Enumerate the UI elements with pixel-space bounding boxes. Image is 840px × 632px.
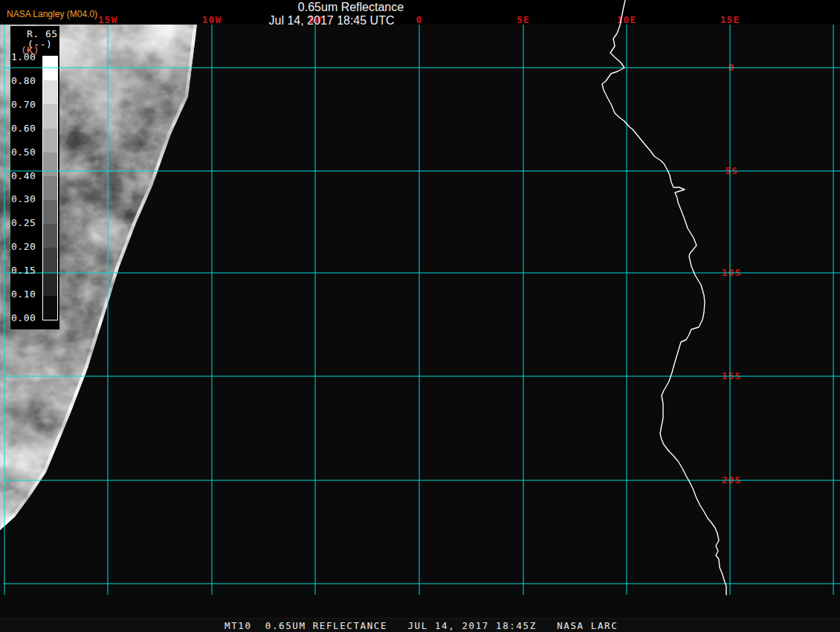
latitude-label-20S: 20S — [720, 475, 743, 486]
footer-annotation-text: MT10 0.65UM REFLECTANCE JUL 14, 2017 18:… — [224, 620, 618, 631]
longitude-label-0: 0 — [416, 16, 423, 25]
satellite-display-window: R. 65 (K) (--) 1.000.800.700.600.500.400… — [0, 0, 840, 632]
colorbar-gradient-bar — [42, 56, 58, 320]
colorbar-tick-0.60: 0.60 — [11, 123, 42, 134]
latitude-label-5S: 5S — [723, 166, 740, 176]
colorbar-segment — [43, 176, 57, 200]
colorbar-tick-0.15: 0.15 — [11, 265, 42, 276]
longitude-label-15W: 15W — [98, 16, 117, 25]
latitude-label-10S: 10S — [720, 268, 743, 278]
colorbar-segment — [43, 296, 57, 320]
image-datetime: Jul 14, 2017 18:45 UTC — [269, 14, 395, 28]
colorbar-tick-0.25: 0.25 — [11, 218, 42, 228]
colorbar-segment — [43, 129, 57, 152]
map-background — [0, 25, 840, 618]
colorbar-tick-0.50: 0.50 — [11, 147, 42, 158]
longitude-label-10E: 10E — [617, 16, 636, 25]
image-title: 0.65um Reflectance — [298, 1, 404, 14]
longitude-label-10W: 10W — [202, 16, 222, 25]
colorbar-segment — [43, 152, 57, 176]
colorbar-segment — [43, 57, 57, 80]
colorbar-tick-0.30: 0.30 — [11, 194, 42, 204]
colorbar-title: R. 65 — [27, 29, 58, 39]
latitude-label-15S: 15S — [720, 371, 743, 381]
nasa-langley-credit: NASA Langley (M04.0) — [7, 9, 97, 19]
colorbar-segment — [43, 248, 57, 271]
colorbar-segment — [43, 272, 57, 296]
colorbar-tick-0.70: 0.70 — [11, 100, 42, 110]
colorbar-tick-0.10: 0.10 — [11, 289, 42, 300]
colorbar-segment — [43, 104, 57, 128]
latitude-label-0: 0 — [727, 62, 737, 73]
colorbar-tick-0.40: 0.40 — [11, 171, 42, 181]
longitude-label-15E: 15E — [720, 16, 740, 25]
colorbar-units: (--) — [28, 39, 52, 50]
colorbar-segment — [43, 80, 57, 104]
colorbar-tick-0.00: 0.00 — [11, 313, 42, 323]
colorbar-segment — [43, 200, 57, 224]
longitude-label-5E: 5E — [517, 16, 530, 25]
colorbar-tick-0.20: 0.20 — [11, 242, 42, 252]
colorbar-tick-0.80: 0.80 — [11, 76, 42, 86]
colorbar-segment — [43, 224, 57, 248]
colorbar-tick-1.00: 1.00 — [11, 52, 42, 62]
